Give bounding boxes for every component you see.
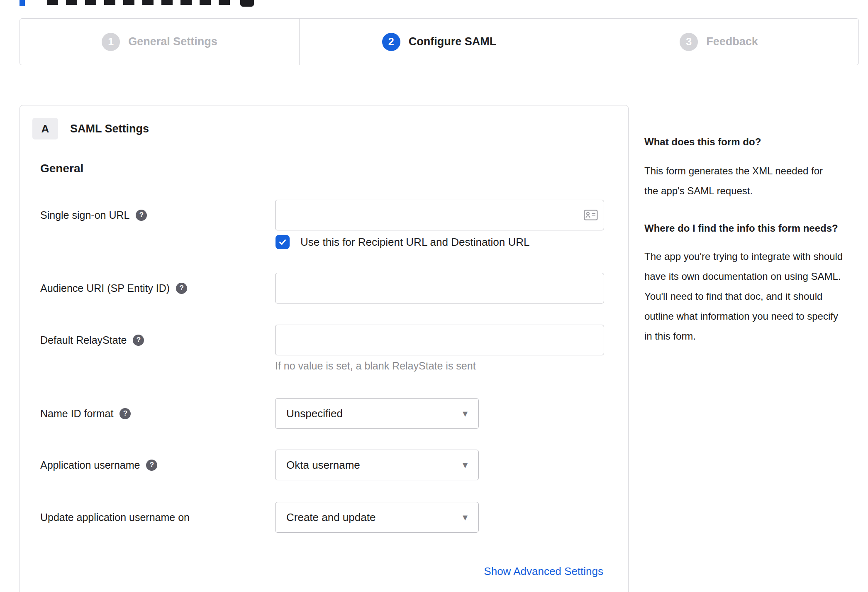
select-value: Okta username bbox=[286, 459, 360, 472]
show-advanced-settings-link[interactable]: Show Advanced Settings bbox=[484, 565, 603, 578]
step-label: General Settings bbox=[128, 35, 217, 48]
field-label: Application username bbox=[40, 459, 140, 471]
recipient-url-checkbox-row: Use this for Recipient URL and Destinati… bbox=[276, 235, 530, 249]
checkbox-label: Use this for Recipient URL and Destinati… bbox=[300, 236, 530, 249]
audience-uri-label-row: Audience URI (SP Entity ID) ? bbox=[40, 273, 187, 303]
update-username-label-row: Update application username on bbox=[40, 502, 190, 533]
name-id-format-select[interactable]: Unspecified ▾ bbox=[275, 398, 479, 429]
field-label: Update application username on bbox=[40, 511, 190, 524]
chevron-down-icon: ▾ bbox=[463, 408, 468, 419]
help-icon[interactable]: ? bbox=[176, 283, 187, 294]
help-icon[interactable]: ? bbox=[119, 408, 131, 419]
name-id-format-label-row: Name ID format ? bbox=[40, 398, 131, 429]
relaystate-hint: If no value is set, a blank RelayState i… bbox=[275, 360, 476, 372]
help-icon[interactable]: ? bbox=[136, 210, 147, 221]
help-heading-1: What does this form do? bbox=[644, 134, 848, 150]
help-body-1: This form generates the XML needed for t… bbox=[644, 161, 833, 201]
field-label: Name ID format bbox=[40, 408, 113, 420]
clipped-title-fragment-text bbox=[47, 0, 236, 5]
step-label: Configure SAML bbox=[409, 35, 496, 48]
step-number-badge: 1 bbox=[102, 33, 120, 51]
clipped-icon-fragment bbox=[240, 0, 254, 7]
help-body-2: The app you're trying to integrate with … bbox=[644, 247, 848, 346]
help-icon[interactable]: ? bbox=[146, 460, 157, 471]
group-title: General bbox=[40, 162, 83, 175]
step-feedback[interactable]: 3 Feedback bbox=[579, 19, 858, 65]
step-number-badge: 3 bbox=[680, 33, 698, 51]
wizard-stepper: 1 General Settings 2 Configure SAML 3 Fe… bbox=[20, 18, 859, 65]
help-heading-2: Where do I find the info this form needs… bbox=[644, 219, 848, 237]
checkmark-icon bbox=[278, 237, 287, 247]
help-sidebar: What does this form do? This form genera… bbox=[644, 134, 848, 346]
use-for-recipient-checkbox[interactable] bbox=[276, 235, 290, 249]
sso-url-label-row: Single sign-on URL ? bbox=[40, 200, 147, 230]
field-label: Audience URI (SP Entity ID) bbox=[40, 282, 170, 294]
step-label: Feedback bbox=[706, 35, 758, 48]
clipped-title-fragment-blue bbox=[20, 0, 25, 6]
application-username-select[interactable]: Okta username ▾ bbox=[275, 450, 479, 480]
chevron-down-icon: ▾ bbox=[463, 511, 468, 523]
relaystate-label-row: Default RelayState ? bbox=[40, 325, 144, 355]
field-label: Single sign-on URL bbox=[40, 209, 129, 221]
audience-uri-input[interactable] bbox=[275, 273, 604, 303]
select-value: Create and update bbox=[286, 511, 375, 524]
step-general-settings[interactable]: 1 General Settings bbox=[20, 19, 299, 65]
sso-url-input[interactable] bbox=[275, 200, 604, 230]
chevron-down-icon: ▾ bbox=[463, 459, 468, 471]
relaystate-input[interactable] bbox=[275, 325, 604, 355]
select-value: Unspecified bbox=[286, 407, 343, 420]
contact-card-icon bbox=[583, 200, 599, 230]
help-icon[interactable]: ? bbox=[133, 335, 144, 346]
section-title: SAML Settings bbox=[70, 118, 149, 139]
step-configure-saml[interactable]: 2 Configure SAML bbox=[299, 19, 579, 65]
application-username-label-row: Application username ? bbox=[40, 450, 157, 480]
section-badge: A bbox=[32, 118, 58, 139]
saml-settings-card: A SAML Settings General Single sign-on U… bbox=[20, 105, 629, 592]
update-username-select[interactable]: Create and update ▾ bbox=[275, 502, 479, 533]
field-label: Default RelayState bbox=[40, 334, 127, 346]
step-number-badge: 2 bbox=[382, 33, 400, 51]
